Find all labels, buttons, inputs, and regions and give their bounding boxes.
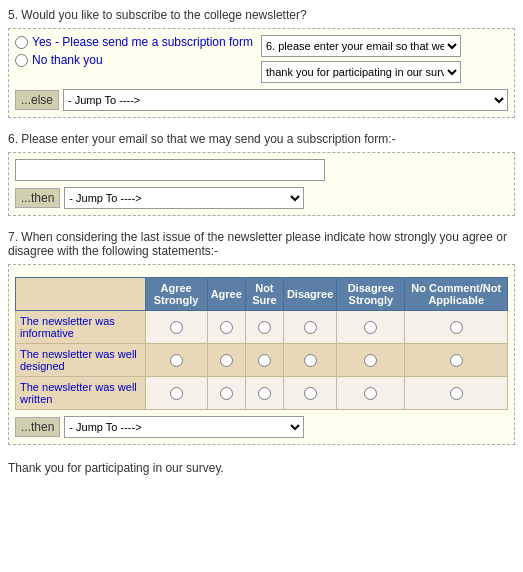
- q5-yes-label: Yes - Please send me a subscription form: [32, 35, 253, 49]
- q7-row1-label: The newsletter was informative: [16, 311, 146, 344]
- q7-r2-c6-radio[interactable]: [450, 354, 463, 367]
- q7-r3-c6: [405, 377, 508, 410]
- q7-col-agree: Agree: [207, 278, 245, 311]
- q7-then-label: ...then: [15, 417, 60, 437]
- q7-r2-c4: [283, 344, 336, 377]
- q7-r3-c6-radio[interactable]: [450, 387, 463, 400]
- q7-r1-c2-radio[interactable]: [220, 321, 233, 334]
- q7-r3-c2-radio[interactable]: [220, 387, 233, 400]
- q7-r2-c3: [245, 344, 283, 377]
- q6-email-input[interactable]: [15, 159, 325, 181]
- q5-container: Yes - Please send me a subscription form…: [8, 28, 515, 118]
- q7-col-agree-strongly: Agree Strongly: [145, 278, 207, 311]
- q5-else-label: ...else: [15, 90, 59, 110]
- q5-option-no[interactable]: No thank you: [15, 53, 253, 67]
- q7-r3-c3-radio[interactable]: [258, 387, 271, 400]
- q7-r1-c1-radio[interactable]: [170, 321, 183, 334]
- q7-r1-c2: [207, 311, 245, 344]
- q7-r2-c6: [405, 344, 508, 377]
- q5-inner: Yes - Please send me a subscription form…: [15, 35, 508, 83]
- q5-no-label: No thank you: [32, 53, 103, 67]
- q5-options: Yes - Please send me a subscription form…: [15, 35, 253, 67]
- q7-r2-c1: [145, 344, 207, 377]
- q7-r2-c1-radio[interactable]: [170, 354, 183, 367]
- q5-dropdown-yes[interactable]: 6. please enter your email so that we ma…: [261, 35, 461, 57]
- question-6: 6. Please enter your email so that we ma…: [8, 132, 515, 216]
- q7-r3-c3: [245, 377, 283, 410]
- q7-r1-c4-radio[interactable]: [304, 321, 317, 334]
- q7-r1-c1: [145, 311, 207, 344]
- q5-else-row: ...else - Jump To ---->: [15, 89, 508, 111]
- q7-r2-c3-radio[interactable]: [258, 354, 271, 367]
- q6-label: 6. Please enter your email so that we ma…: [8, 132, 515, 146]
- q7-table: Agree Strongly Agree Not Sure Disagree D…: [15, 277, 508, 410]
- q7-col-no-comment: No Comment/Not Applicable: [405, 278, 508, 311]
- q7-r1-c3-radio[interactable]: [258, 321, 271, 334]
- q7-r1-c6: [405, 311, 508, 344]
- q7-r3-c1-radio[interactable]: [170, 387, 183, 400]
- q7-row3-label: The newsletter was well written: [16, 377, 146, 410]
- q7-r2-c5-radio[interactable]: [364, 354, 377, 367]
- q7-r1-c6-radio[interactable]: [450, 321, 463, 334]
- q5-option-yes[interactable]: Yes - Please send me a subscription form: [15, 35, 253, 49]
- q7-r3-c1: [145, 377, 207, 410]
- q7-row2-label: The newsletter was well designed: [16, 344, 146, 377]
- q7-col-header-blank: [16, 278, 146, 311]
- question-7: 7. When considering the last issue of th…: [8, 230, 515, 445]
- table-row: The newsletter was well written: [16, 377, 508, 410]
- q7-r3-c4-radio[interactable]: [304, 387, 317, 400]
- q6-then-row: ...then - Jump To ---->: [15, 187, 508, 209]
- question-5: 5. Would you like to subscribe to the co…: [8, 8, 515, 118]
- q7-r3-c5: [337, 377, 405, 410]
- thank-you-text: Thank you for participating in our surve…: [8, 461, 515, 475]
- q5-else-jump[interactable]: - Jump To ---->: [63, 89, 508, 111]
- q6-container: ...then - Jump To ---->: [8, 152, 515, 216]
- q7-label: 7. When considering the last issue of th…: [8, 230, 515, 258]
- q7-col-not-sure: Not Sure: [245, 278, 283, 311]
- q7-col-disagree: Disagree: [283, 278, 336, 311]
- q5-radio-yes[interactable]: [15, 36, 28, 49]
- q6-then-label: ...then: [15, 188, 60, 208]
- q5-radio-no[interactable]: [15, 54, 28, 67]
- q5-dropdown-no[interactable]: thank you for participating in our surve…: [261, 61, 461, 83]
- table-row: The newsletter was informative: [16, 311, 508, 344]
- q7-r2-c2-radio[interactable]: [220, 354, 233, 367]
- q7-col-disagree-strongly: Disagree Strongly: [337, 278, 405, 311]
- q7-r3-c5-radio[interactable]: [364, 387, 377, 400]
- q5-label: 5. Would you like to subscribe to the co…: [8, 8, 515, 22]
- q7-then-row: ...then - Jump To ---->: [15, 416, 508, 438]
- q7-r2-c4-radio[interactable]: [304, 354, 317, 367]
- q7-r1-c3: [245, 311, 283, 344]
- q7-r1-c4: [283, 311, 336, 344]
- q7-container: Agree Strongly Agree Not Sure Disagree D…: [8, 264, 515, 445]
- q6-inner: ...then - Jump To ---->: [15, 159, 508, 209]
- q7-r1-c5: [337, 311, 405, 344]
- q7-r3-c4: [283, 377, 336, 410]
- q7-r1-c5-radio[interactable]: [364, 321, 377, 334]
- q7-then-jump[interactable]: - Jump To ---->: [64, 416, 304, 438]
- q7-r2-c2: [207, 344, 245, 377]
- q6-then-jump[interactable]: - Jump To ---->: [64, 187, 304, 209]
- q5-dropdowns: 6. please enter your email so that we ma…: [261, 35, 508, 83]
- q7-header-row: Agree Strongly Agree Not Sure Disagree D…: [16, 278, 508, 311]
- table-row: The newsletter was well designed: [16, 344, 508, 377]
- q7-r2-c5: [337, 344, 405, 377]
- q7-r3-c2: [207, 377, 245, 410]
